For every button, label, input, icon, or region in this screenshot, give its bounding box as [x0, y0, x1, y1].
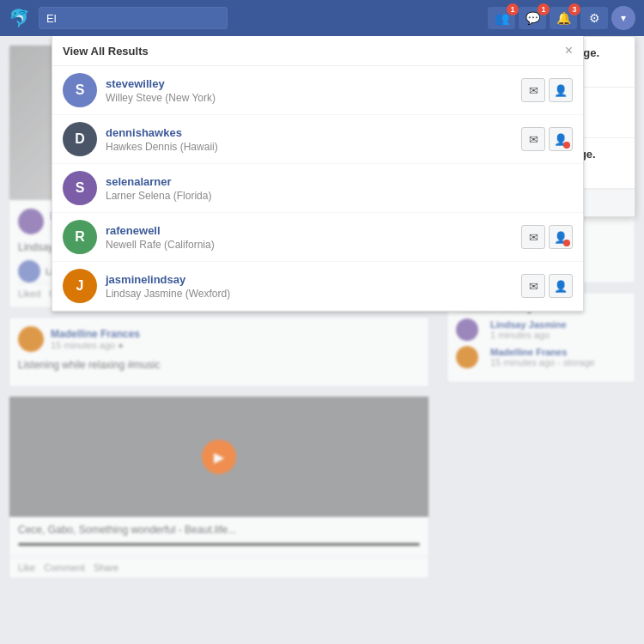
search-result-stevewilley[interactable]: S stevewilley Willey Steve (New York) ✉ … [52, 66, 583, 115]
notifications-icon: 🔔 [556, 11, 571, 25]
avatar-initial: ▾ [621, 12, 626, 24]
result-actions-rafenewell: ✉ 👤 [521, 225, 573, 249]
like-video-action[interactable]: Like [18, 562, 35, 573]
video-info: Cece, Gabo, Something wonderful - Beaut.… [9, 517, 428, 556]
result-actions-jasminelindsay: ✉ 👤 [521, 274, 573, 298]
result-name-dennishawkes: dennishawkes [106, 126, 521, 139]
friends-badge: 1 [507, 3, 519, 15]
user-avatar[interactable]: ▾ [611, 6, 635, 30]
result-info-rafenewell: rafenewell Newell Rafe (California) [106, 224, 521, 251]
result-sub-selenalarner: Larner Selena (Florida) [106, 190, 573, 202]
post-text-2: Listening while relaxing #music [18, 359, 420, 371]
video-post-1: ▶ Cece, Gabo, Something wonderful - Beau… [9, 396, 429, 579]
result-sub-rafenewell: Newell Rafe (California) [106, 239, 521, 251]
post-meta-2: Madelline Frances 15 minutes ago ● [18, 326, 420, 352]
friends-icon: 👥 [495, 11, 509, 25]
share-video-action[interactable]: Share [94, 562, 118, 573]
search-dropdown: View All Results × S stevewilley Willey … [52, 36, 584, 312]
search-result-rafenewell[interactable]: R rafenewell Newell Rafe (California) ✉ … [52, 213, 583, 262]
friends-activity-item-1: Lindsay Jasmine 1 minutes ago [456, 319, 626, 341]
video-caption: Cece, Gabo, Something wonderful - Beaut.… [18, 524, 420, 536]
like-action-1[interactable]: Liked [18, 289, 40, 299]
search-result-dennishawkes[interactable]: D dennishawkes Hawkes Dennis (Hawaii) ✉ … [52, 115, 583, 164]
message-button-dennishawkes[interactable]: ✉ [521, 127, 545, 151]
search-close-button[interactable]: × [565, 43, 573, 58]
result-sub-jasminelindsay: Lindsay Jasmine (Wexford) [106, 288, 521, 300]
friends-activity-avatar-1 [456, 319, 478, 341]
result-name-rafenewell: rafenewell [106, 224, 521, 237]
notifications-icon-button[interactable]: 🔔 3 [550, 7, 577, 29]
nav-logo: 🐬 [9, 8, 30, 28]
result-sub-stevewilley: Willey Steve (New York) [106, 92, 521, 104]
friends-icon-button[interactable]: 👥 1 [488, 7, 515, 29]
remove-friend-button-dennishawkes[interactable]: 👤 [549, 127, 573, 151]
result-avatar-jasminelindsay: J [63, 269, 97, 303]
messages-icon: 💬 [526, 11, 540, 25]
result-name-jasminelindsay: jasminelindsay [106, 273, 521, 286]
remove-indicator-rafe [563, 240, 570, 246]
result-actions-dennishawkes: ✉ 👤 [521, 127, 573, 151]
settings-icon-button[interactable]: ⚙ [580, 7, 608, 29]
settings-icon: ⚙ [589, 11, 600, 25]
comment-avatar-1 [18, 260, 40, 283]
remove-friend-button-rafenewell[interactable]: 👤 [549, 225, 573, 249]
result-name-stevewilley: stevewilley [106, 77, 521, 90]
search-input[interactable] [39, 7, 228, 29]
message-button-jasminelindsay[interactable]: ✉ [521, 274, 545, 298]
result-avatar-dennishawkes: D [63, 122, 97, 156]
result-name-selenalarner: selenalarner [106, 175, 573, 188]
messages-icon-button[interactable]: 💬 1 [519, 7, 546, 29]
video-thumbnail: ▶ [9, 397, 428, 517]
post-author-2: Madelline Frances 15 minutes ago ● [51, 328, 140, 350]
result-avatar-stevewilley: S [63, 73, 97, 107]
search-result-jasminelindsay[interactable]: J jasminelindsay Lindsay Jasmine (Wexfor… [52, 262, 583, 311]
friends-activity-item-2: Madelline Franes 15 minutes ago - storag… [456, 346, 626, 368]
notifications-badge: 3 [568, 3, 580, 15]
video-progress-bar [18, 543, 420, 546]
add-friend-button-stevewilley[interactable]: 👤 [549, 78, 573, 102]
friends-activity-text-1: Lindsay Jasmine 1 minutes ago [490, 319, 567, 340]
comment-video-action[interactable]: Comment [44, 562, 85, 573]
post-avatar-1 [18, 209, 44, 234]
result-info-selenalarner: selenalarner Larner Selena (Florida) [106, 175, 573, 202]
message-button-stevewilley[interactable]: ✉ [521, 78, 545, 102]
result-info-jasminelindsay: jasminelindsay Lindsay Jasmine (Wexford) [106, 273, 521, 300]
friends-activity-avatar-2 [456, 346, 478, 368]
messages-badge: 1 [538, 3, 550, 15]
result-actions-stevewilley: ✉ 👤 [521, 78, 573, 102]
nav-right-icons: 👥 1 💬 1 🔔 3 ⚙ ▾ [488, 6, 635, 30]
play-button[interactable]: ▶ [202, 440, 236, 474]
remove-indicator [563, 142, 570, 149]
result-avatar-rafenewell: R [63, 220, 97, 254]
post-avatar-2 [18, 326, 44, 352]
search-dropdown-header: View All Results × [52, 36, 583, 66]
search-dropdown-title: View All Results [63, 45, 149, 58]
result-sub-dennishawkes: Hawkes Dennis (Hawaii) [106, 141, 521, 153]
video-actions: Like Comment Share [9, 556, 428, 578]
result-info-stevewilley: stevewilley Willey Steve (New York) [106, 77, 521, 104]
add-friend-button-jasminelindsay[interactable]: 👤 [549, 274, 573, 298]
top-navigation: 🐬 👥 1 💬 1 🔔 3 ⚙ ▾ [0, 0, 644, 36]
result-info-dennishawkes: dennishawkes Hawkes Dennis (Hawaii) [106, 126, 521, 153]
search-result-selenalarner[interactable]: S selenalarner Larner Selena (Florida) [52, 164, 583, 213]
feed-post-2: Madelline Frances 15 minutes ago ● Liste… [9, 317, 429, 387]
message-button-rafenewell[interactable]: ✉ [521, 225, 545, 249]
friends-activity-text-2: Madelline Franes 15 minutes ago - storag… [490, 347, 595, 368]
result-avatar-selenalarner: S [63, 171, 97, 205]
